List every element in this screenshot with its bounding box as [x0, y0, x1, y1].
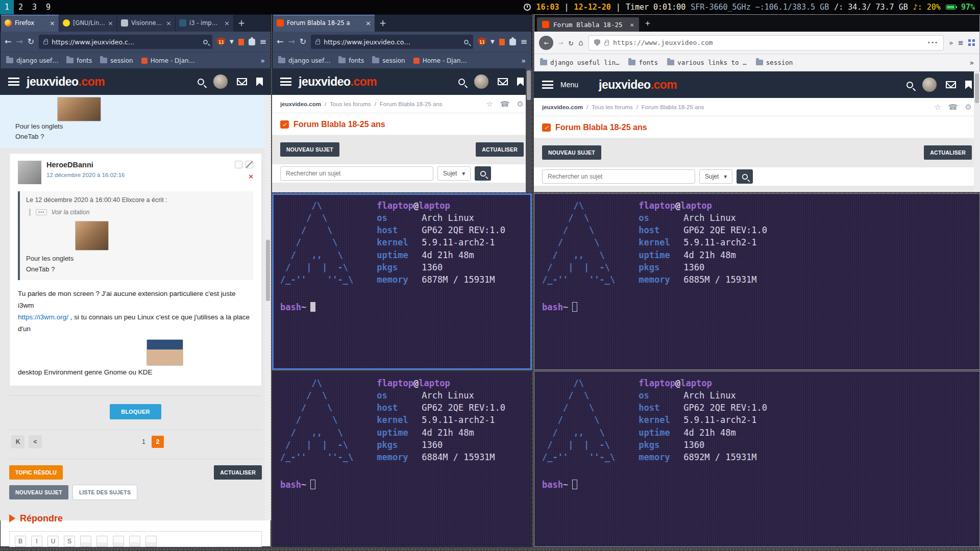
terminal-window-focused[interactable]: /\ / \ / \ / \ / ,, \ / | | -\ /_-'' ''-…	[272, 193, 532, 370]
home-button[interactable]: ⌂	[578, 39, 583, 47]
jv-menu-icon[interactable]	[8, 78, 19, 86]
firefox-window-middle[interactable]: Forum Blabla 18-25 a × + ← → ↻ https://w…	[272, 14, 532, 192]
bold-button[interactable]: B	[15, 536, 26, 547]
mobile-icon[interactable]: ☎	[500, 99, 510, 109]
terminal-window[interactable]: /\ / \ / \ / \ / ,, \ / | | -\ /_-'' ''-…	[534, 371, 980, 547]
search-topic-input[interactable]	[280, 166, 433, 181]
expand-quote-icon[interactable]: •••	[36, 209, 47, 215]
menu-button[interactable]: ≡	[958, 39, 963, 47]
mail-icon[interactable]	[237, 78, 247, 85]
bookmarks-overflow-chevron[interactable]: »	[949, 39, 953, 47]
settings-gear-icon[interactable]: ⚙	[965, 103, 972, 112]
search-filter-select[interactable]: Sujet▾	[699, 169, 732, 184]
tab-forum-blabla[interactable]: Forum Blabla 18-25 ×	[537, 17, 639, 32]
downloads-button[interactable]: ▼	[491, 39, 495, 44]
downloads-button[interactable]: ▼	[230, 39, 234, 44]
jv-menu-label[interactable]: Menu	[560, 81, 578, 89]
bookmark-item[interactable]: session	[756, 59, 793, 66]
search-filter-select[interactable]: Sujet▾	[437, 166, 471, 181]
shell-prompt[interactable]: bash~	[280, 301, 524, 313]
workspace-1[interactable]: 1	[0, 0, 14, 14]
tab-gnu-linux[interactable]: [GNU/Lin… ×	[59, 14, 117, 32]
url-bar[interactable]: https://www.jeuxvideo.com •••	[589, 35, 944, 51]
bookmarks-overflow-chevron[interactable]: »	[260, 57, 265, 65]
bookmark-item[interactable]: various links to …	[667, 59, 746, 66]
terminal-window[interactable]: /\ / \ / \ / \ / ,, \ / | | -\ /_-'' ''-…	[272, 371, 532, 547]
workspace-9[interactable]: 9	[41, 0, 55, 14]
tab-close-icon[interactable]: ×	[365, 19, 371, 27]
nouveau-sujet-button[interactable]: NOUVEAU SUJET	[9, 485, 68, 499]
jv-logo[interactable]: jeuxvideo.com	[27, 75, 105, 89]
search-submit-button[interactable]	[737, 169, 753, 184]
breadcrumb-forum[interactable]: Forum Blabla 18-25 ans	[380, 101, 443, 107]
tab-close-icon[interactable]: ×	[50, 19, 55, 27]
link-button[interactable]	[113, 536, 124, 547]
bookmark-item[interactable]: django usef…	[278, 57, 330, 64]
tab-close-icon[interactable]: ×	[224, 19, 230, 27]
new-tab-button[interactable]: +	[234, 14, 249, 32]
search-topic-input[interactable]	[542, 169, 695, 184]
mail-icon[interactable]	[498, 78, 508, 85]
jv-menu-icon[interactable]	[280, 78, 291, 86]
search-icon[interactable]	[458, 79, 465, 85]
scrollbar[interactable]	[265, 95, 271, 520]
search-icon[interactable]	[906, 82, 913, 88]
post-author-avatar[interactable]	[18, 161, 41, 184]
tab-close-icon[interactable]: ×	[166, 19, 172, 27]
delete-post-icon[interactable]: ×	[249, 172, 253, 180]
jv-menu-icon[interactable]	[542, 81, 553, 89]
i3wm-link[interactable]: https://i3wm.org/	[18, 313, 68, 321]
zoom-icon[interactable]	[203, 40, 208, 44]
scrollbar-thumb[interactable]	[266, 240, 270, 301]
bookmark-item[interactable]: django useful lin…	[540, 59, 619, 66]
back-button[interactable]: ←	[277, 38, 283, 46]
jv-logo[interactable]: jeuxvideo.com	[599, 78, 677, 92]
url-bar[interactable]: https://www.jeuxvideo.c…	[39, 35, 212, 49]
tab-close-icon[interactable]: ×	[108, 19, 113, 27]
breadcrumb-forums[interactable]: Tous les forums	[592, 104, 633, 110]
strikethrough-button[interactable]: S	[64, 536, 75, 547]
breadcrumb-home[interactable]: jeuxvideo.com	[280, 101, 321, 107]
avatar[interactable]	[213, 74, 228, 89]
favorite-star-icon[interactable]: ☆	[934, 103, 941, 112]
ublock-icon[interactable]: 11	[478, 38, 486, 46]
bookmark-item[interactable]: Home - Djan…	[413, 57, 467, 64]
edit-pencil-icon[interactable]	[246, 161, 253, 168]
bookmark-item[interactable]: django usef…	[6, 57, 58, 64]
bookmark-flag-icon[interactable]	[965, 81, 972, 89]
mobile-icon[interactable]: ☎	[948, 103, 958, 112]
scrollbar[interactable]	[974, 71, 980, 192]
bookmark-flag-icon[interactable]	[517, 78, 524, 86]
bookmark-item[interactable]: fonts	[628, 59, 658, 66]
ublock-icon[interactable]: 11	[217, 38, 225, 46]
list-button[interactable]	[96, 536, 108, 547]
jv-logo[interactable]: jeuxvideo.com	[299, 75, 377, 89]
bookmarks-overflow-chevron[interactable]: »	[970, 59, 974, 67]
bookmarks-overflow-chevron[interactable]: »	[521, 57, 526, 65]
actualiser-button[interactable]: ACTUALISER	[214, 465, 262, 480]
scrollbar[interactable]	[526, 68, 532, 192]
breadcrumb-forum[interactable]: Forum Blabla 18-25 ans	[642, 104, 704, 110]
bookmark-item[interactable]: fonts	[338, 57, 364, 64]
extensions-icon[interactable]	[509, 39, 516, 45]
avatar[interactable]	[474, 74, 488, 89]
settings-gear-icon[interactable]: ⚙	[517, 99, 524, 109]
breadcrumb-home[interactable]: jeuxvideo.com	[542, 104, 583, 110]
tab-visionneuse[interactable]: Visionne… ×	[117, 14, 176, 32]
new-tab-button[interactable]: +	[641, 18, 654, 28]
post-date[interactable]: 12 décembre 2020 à 16:02:16	[46, 172, 125, 178]
bookmark-item[interactable]: Home - Djan…	[141, 57, 195, 64]
firefox-window-right[interactable]: Forum Blabla 18-25 × + ← → ↻ ⌂ https://w…	[534, 14, 980, 192]
new-tab-button[interactable]: +	[375, 14, 390, 32]
see-citation-link[interactable]: Voir la citation	[51, 209, 89, 216]
forward-button[interactable]: →	[288, 38, 295, 46]
italic-button[interactable]: I	[31, 536, 42, 547]
previous-page-button[interactable]: <	[29, 435, 42, 448]
bloquer-button[interactable]: BLOQUER	[110, 404, 161, 419]
page-2-current[interactable]: 2	[152, 436, 164, 448]
first-page-button[interactable]: K	[11, 435, 24, 448]
reload-button[interactable]: ↻	[300, 38, 306, 46]
underline-button[interactable]: U	[47, 536, 59, 547]
tab-forum-blabla[interactable]: Forum Blabla 18-25 a ×	[273, 14, 375, 32]
page-actions-dots-icon[interactable]: •••	[927, 40, 938, 45]
